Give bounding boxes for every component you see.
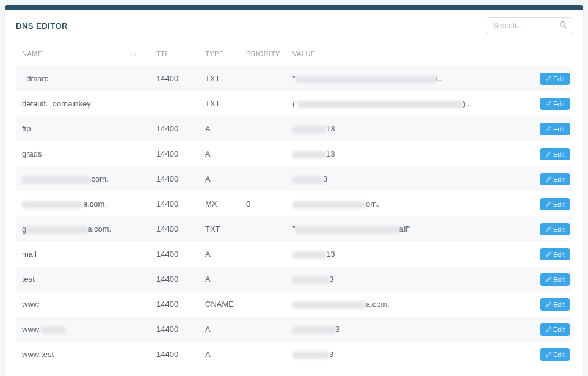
edit-button-label: Edit: [553, 125, 565, 133]
record-name: test: [22, 275, 35, 284]
cell-action: Edit: [534, 66, 572, 91]
cell-type: A: [199, 166, 240, 191]
cell-priority: [240, 116, 286, 141]
cell-ttl: 14400: [150, 241, 199, 267]
cell-priority: [240, 91, 286, 116]
edit-icon: [545, 101, 551, 107]
column-header-priority[interactable]: PRIORITY: [240, 42, 286, 66]
cell-action: Edit: [534, 267, 572, 292]
cell-priority: [240, 141, 286, 166]
cell-ttl: 14400: [150, 141, 199, 166]
record-name: default._domainkey: [22, 99, 91, 108]
edit-button[interactable]: Edit: [540, 148, 570, 160]
record-name-suffix: a.com.: [87, 224, 111, 234]
cell-name: mail: [16, 241, 150, 267]
cell-name: _dmarc: [16, 66, 150, 91]
cell-action: Edit: [534, 292, 572, 317]
cell-value: 13: [286, 141, 534, 166]
cell-ttl: 14400: [150, 191, 199, 216]
cell-ttl: 14400: [150, 166, 199, 191]
cell-value: 3: [286, 317, 534, 342]
edit-button[interactable]: Edit: [540, 248, 570, 260]
redacted-text: [292, 126, 326, 133]
cell-type: MX: [199, 191, 240, 216]
cell-ttl: 14400: [150, 66, 199, 91]
redacted-text: [296, 76, 436, 83]
table-row: grads14400A13Edit: [16, 141, 572, 166]
cell-type: A: [199, 342, 240, 367]
table-row: a.com.14400MX0om.Edit: [16, 191, 572, 216]
cell-action: Edit: [534, 241, 572, 267]
value-suffix: om.: [366, 199, 379, 208]
edit-button[interactable]: Edit: [540, 273, 570, 286]
search-input[interactable]: [487, 17, 572, 34]
cell-ttl: 14400: [150, 116, 199, 141]
edit-button-label: Edit: [553, 201, 565, 208]
edit-icon: [545, 126, 551, 132]
edit-button-label: Edit: [553, 301, 565, 308]
cell-priority: [240, 216, 286, 241]
record-name-suffix: .com.: [89, 174, 109, 183]
sort-ascending-icon: ↑↓: [130, 50, 137, 57]
value-suffix: 3: [329, 350, 333, 359]
cell-name: ga.com.: [16, 216, 150, 241]
dns-editor-panel: DNS EDITOR NAME ↑↓ TTL TYPE PRIORITY VAL…: [5, 5, 583, 376]
edit-button[interactable]: Edit: [540, 73, 570, 85]
redacted-text: [292, 326, 335, 334]
redacted-text: [22, 176, 89, 183]
cell-type: A: [199, 267, 240, 292]
cell-ttl: 14400: [150, 317, 199, 342]
table-row: test14400A3Edit: [16, 267, 572, 292]
edit-icon: [545, 352, 551, 358]
edit-button[interactable]: Edit: [540, 298, 570, 311]
edit-icon: [545, 151, 551, 157]
edit-button[interactable]: Edit: [540, 198, 570, 210]
cell-action: Edit: [534, 166, 572, 191]
cell-priority: [240, 241, 286, 267]
cell-priority: [240, 342, 286, 367]
cell-type: A: [199, 241, 240, 267]
column-header-name-label: NAME: [22, 50, 43, 57]
cell-type: TXT: [199, 216, 240, 241]
redacted-text: [296, 226, 399, 234]
value-suffix: 13: [326, 149, 335, 158]
edit-button[interactable]: Edit: [540, 223, 570, 235]
cell-action: Edit: [534, 141, 572, 166]
value-suffix: 3: [323, 174, 327, 183]
table-row: ga.com.14400TXT"all"Edit: [16, 216, 572, 241]
value-prefix: ": [292, 74, 296, 83]
record-name: g: [22, 224, 26, 234]
edit-button[interactable]: Edit: [540, 348, 570, 361]
column-header-action: [534, 42, 572, 66]
edit-button[interactable]: Edit: [540, 98, 570, 110]
edit-icon: [545, 276, 551, 282]
table-row: www14400CNAMEa.com.Edit: [16, 292, 572, 317]
cell-type: TXT: [199, 91, 240, 116]
cell-value: a.com.: [286, 292, 534, 317]
cell-type: TXT: [199, 66, 240, 91]
column-header-type[interactable]: TYPE: [199, 42, 240, 66]
edit-button[interactable]: Edit: [540, 323, 570, 336]
redacted-text: [22, 201, 83, 208]
column-header-name[interactable]: NAME ↑↓: [16, 42, 150, 66]
column-header-ttl[interactable]: TTL: [150, 42, 199, 66]
edit-button-label: Edit: [553, 226, 565, 233]
cell-priority: [240, 66, 286, 91]
record-name: ftp: [22, 124, 31, 133]
cell-value: 13: [286, 241, 534, 267]
cell-name: www.test: [16, 342, 150, 367]
table-row: mail14400A13Edit: [16, 241, 572, 267]
cell-priority: [240, 267, 286, 292]
edit-button[interactable]: Edit: [540, 173, 570, 185]
edit-icon: [545, 226, 551, 232]
table-row: _dmarc14400TXT"i...Edit: [16, 66, 572, 91]
cell-action: Edit: [534, 216, 572, 241]
cell-ttl: [150, 91, 199, 116]
table-row: ftp14400A13Edit: [16, 116, 572, 141]
cell-name: default._domainkey: [16, 91, 150, 116]
value-suffix: all": [399, 224, 410, 234]
column-header-value[interactable]: VALUE: [286, 42, 534, 66]
edit-button[interactable]: Edit: [540, 123, 570, 135]
record-name: www.: [22, 325, 41, 334]
edit-button-label: Edit: [553, 100, 565, 108]
